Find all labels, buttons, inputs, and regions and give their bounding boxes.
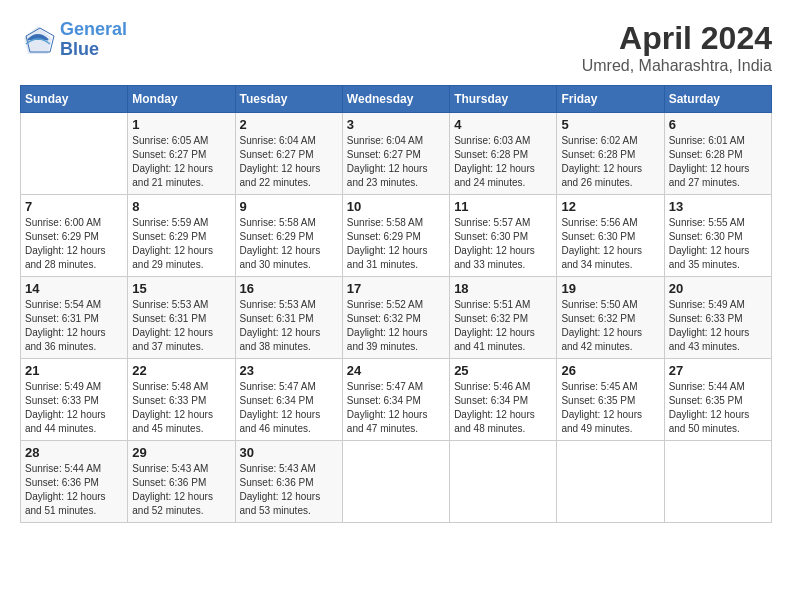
day-number: 22 (132, 363, 230, 378)
day-number: 26 (561, 363, 659, 378)
day-info: Sunrise: 5:44 AM Sunset: 6:35 PM Dayligh… (669, 380, 767, 436)
day-info: Sunrise: 5:43 AM Sunset: 6:36 PM Dayligh… (132, 462, 230, 518)
logo: General Blue (20, 20, 127, 60)
day-number: 30 (240, 445, 338, 460)
day-info: Sunrise: 5:58 AM Sunset: 6:29 PM Dayligh… (347, 216, 445, 272)
day-number: 21 (25, 363, 123, 378)
day-info: Sunrise: 5:46 AM Sunset: 6:34 PM Dayligh… (454, 380, 552, 436)
day-number: 25 (454, 363, 552, 378)
week-row-1: 1Sunrise: 6:05 AM Sunset: 6:27 PM Daylig… (21, 113, 772, 195)
day-cell: 4Sunrise: 6:03 AM Sunset: 6:28 PM Daylig… (450, 113, 557, 195)
day-number: 4 (454, 117, 552, 132)
day-info: Sunrise: 5:45 AM Sunset: 6:35 PM Dayligh… (561, 380, 659, 436)
day-cell: 5Sunrise: 6:02 AM Sunset: 6:28 PM Daylig… (557, 113, 664, 195)
weekday-header-friday: Friday (557, 86, 664, 113)
day-cell (664, 441, 771, 523)
calendar-title: April 2024 (582, 20, 772, 57)
day-number: 1 (132, 117, 230, 132)
logo-icon (20, 22, 56, 58)
title-block: April 2024 Umred, Maharashtra, India (582, 20, 772, 75)
day-cell: 13Sunrise: 5:55 AM Sunset: 6:30 PM Dayli… (664, 195, 771, 277)
day-cell: 10Sunrise: 5:58 AM Sunset: 6:29 PM Dayli… (342, 195, 449, 277)
weekday-header-tuesday: Tuesday (235, 86, 342, 113)
day-info: Sunrise: 5:52 AM Sunset: 6:32 PM Dayligh… (347, 298, 445, 354)
day-cell: 23Sunrise: 5:47 AM Sunset: 6:34 PM Dayli… (235, 359, 342, 441)
day-cell: 25Sunrise: 5:46 AM Sunset: 6:34 PM Dayli… (450, 359, 557, 441)
day-cell: 12Sunrise: 5:56 AM Sunset: 6:30 PM Dayli… (557, 195, 664, 277)
day-info: Sunrise: 5:57 AM Sunset: 6:30 PM Dayligh… (454, 216, 552, 272)
day-cell: 26Sunrise: 5:45 AM Sunset: 6:35 PM Dayli… (557, 359, 664, 441)
day-number: 29 (132, 445, 230, 460)
calendar-table: SundayMondayTuesdayWednesdayThursdayFrid… (20, 85, 772, 523)
day-info: Sunrise: 5:59 AM Sunset: 6:29 PM Dayligh… (132, 216, 230, 272)
logo-text: General Blue (60, 20, 127, 60)
day-number: 18 (454, 281, 552, 296)
day-number: 14 (25, 281, 123, 296)
day-cell: 14Sunrise: 5:54 AM Sunset: 6:31 PM Dayli… (21, 277, 128, 359)
weekday-header-row: SundayMondayTuesdayWednesdayThursdayFrid… (21, 86, 772, 113)
day-info: Sunrise: 6:04 AM Sunset: 6:27 PM Dayligh… (347, 134, 445, 190)
day-number: 13 (669, 199, 767, 214)
day-cell: 20Sunrise: 5:49 AM Sunset: 6:33 PM Dayli… (664, 277, 771, 359)
day-cell: 3Sunrise: 6:04 AM Sunset: 6:27 PM Daylig… (342, 113, 449, 195)
day-cell: 22Sunrise: 5:48 AM Sunset: 6:33 PM Dayli… (128, 359, 235, 441)
day-info: Sunrise: 5:47 AM Sunset: 6:34 PM Dayligh… (347, 380, 445, 436)
day-cell: 9Sunrise: 5:58 AM Sunset: 6:29 PM Daylig… (235, 195, 342, 277)
week-row-3: 14Sunrise: 5:54 AM Sunset: 6:31 PM Dayli… (21, 277, 772, 359)
day-cell: 29Sunrise: 5:43 AM Sunset: 6:36 PM Dayli… (128, 441, 235, 523)
day-number: 11 (454, 199, 552, 214)
weekday-header-wednesday: Wednesday (342, 86, 449, 113)
day-info: Sunrise: 6:03 AM Sunset: 6:28 PM Dayligh… (454, 134, 552, 190)
day-number: 9 (240, 199, 338, 214)
day-number: 15 (132, 281, 230, 296)
day-info: Sunrise: 5:56 AM Sunset: 6:30 PM Dayligh… (561, 216, 659, 272)
day-cell: 21Sunrise: 5:49 AM Sunset: 6:33 PM Dayli… (21, 359, 128, 441)
day-number: 8 (132, 199, 230, 214)
day-cell: 11Sunrise: 5:57 AM Sunset: 6:30 PM Dayli… (450, 195, 557, 277)
day-cell: 27Sunrise: 5:44 AM Sunset: 6:35 PM Dayli… (664, 359, 771, 441)
day-cell: 24Sunrise: 5:47 AM Sunset: 6:34 PM Dayli… (342, 359, 449, 441)
day-cell: 8Sunrise: 5:59 AM Sunset: 6:29 PM Daylig… (128, 195, 235, 277)
week-row-5: 28Sunrise: 5:44 AM Sunset: 6:36 PM Dayli… (21, 441, 772, 523)
day-cell: 18Sunrise: 5:51 AM Sunset: 6:32 PM Dayli… (450, 277, 557, 359)
day-number: 28 (25, 445, 123, 460)
day-number: 3 (347, 117, 445, 132)
week-row-2: 7Sunrise: 6:00 AM Sunset: 6:29 PM Daylig… (21, 195, 772, 277)
day-number: 17 (347, 281, 445, 296)
day-cell: 19Sunrise: 5:50 AM Sunset: 6:32 PM Dayli… (557, 277, 664, 359)
day-cell: 15Sunrise: 5:53 AM Sunset: 6:31 PM Dayli… (128, 277, 235, 359)
day-cell (450, 441, 557, 523)
day-cell: 16Sunrise: 5:53 AM Sunset: 6:31 PM Dayli… (235, 277, 342, 359)
day-info: Sunrise: 5:58 AM Sunset: 6:29 PM Dayligh… (240, 216, 338, 272)
day-cell (557, 441, 664, 523)
day-info: Sunrise: 5:53 AM Sunset: 6:31 PM Dayligh… (240, 298, 338, 354)
day-cell: 6Sunrise: 6:01 AM Sunset: 6:28 PM Daylig… (664, 113, 771, 195)
calendar-header: SundayMondayTuesdayWednesdayThursdayFrid… (21, 86, 772, 113)
day-info: Sunrise: 6:05 AM Sunset: 6:27 PM Dayligh… (132, 134, 230, 190)
calendar-subtitle: Umred, Maharashtra, India (582, 57, 772, 75)
page-header: General Blue April 2024 Umred, Maharasht… (20, 20, 772, 75)
day-number: 19 (561, 281, 659, 296)
day-number: 27 (669, 363, 767, 378)
day-cell (21, 113, 128, 195)
day-info: Sunrise: 5:48 AM Sunset: 6:33 PM Dayligh… (132, 380, 230, 436)
day-number: 10 (347, 199, 445, 214)
day-cell (342, 441, 449, 523)
calendar-body: 1Sunrise: 6:05 AM Sunset: 6:27 PM Daylig… (21, 113, 772, 523)
day-info: Sunrise: 5:43 AM Sunset: 6:36 PM Dayligh… (240, 462, 338, 518)
day-info: Sunrise: 5:44 AM Sunset: 6:36 PM Dayligh… (25, 462, 123, 518)
day-info: Sunrise: 6:00 AM Sunset: 6:29 PM Dayligh… (25, 216, 123, 272)
day-info: Sunrise: 5:49 AM Sunset: 6:33 PM Dayligh… (669, 298, 767, 354)
day-cell: 1Sunrise: 6:05 AM Sunset: 6:27 PM Daylig… (128, 113, 235, 195)
weekday-header-monday: Monday (128, 86, 235, 113)
day-number: 20 (669, 281, 767, 296)
day-info: Sunrise: 5:47 AM Sunset: 6:34 PM Dayligh… (240, 380, 338, 436)
day-cell: 7Sunrise: 6:00 AM Sunset: 6:29 PM Daylig… (21, 195, 128, 277)
day-info: Sunrise: 5:55 AM Sunset: 6:30 PM Dayligh… (669, 216, 767, 272)
day-info: Sunrise: 5:51 AM Sunset: 6:32 PM Dayligh… (454, 298, 552, 354)
day-info: Sunrise: 6:04 AM Sunset: 6:27 PM Dayligh… (240, 134, 338, 190)
day-info: Sunrise: 5:53 AM Sunset: 6:31 PM Dayligh… (132, 298, 230, 354)
day-number: 5 (561, 117, 659, 132)
day-info: Sunrise: 5:50 AM Sunset: 6:32 PM Dayligh… (561, 298, 659, 354)
week-row-4: 21Sunrise: 5:49 AM Sunset: 6:33 PM Dayli… (21, 359, 772, 441)
